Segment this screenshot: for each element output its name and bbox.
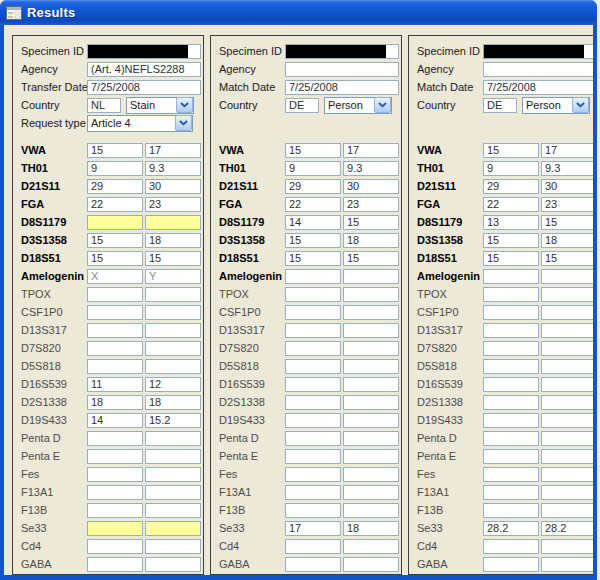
country-type-combo[interactable]: Person (522, 97, 590, 114)
allele-field[interactable]: 9.3 (541, 161, 593, 176)
allele-field[interactable] (483, 395, 539, 410)
allele-field[interactable] (343, 539, 399, 554)
allele-field[interactable] (483, 539, 539, 554)
allele-field[interactable] (145, 287, 201, 302)
allele-field[interactable] (87, 305, 143, 320)
allele-field[interactable]: 30 (343, 179, 399, 194)
allele-field[interactable] (145, 485, 201, 500)
allele-field[interactable] (343, 287, 399, 302)
allele-field[interactable]: 14 (87, 413, 143, 428)
allele-field[interactable] (343, 413, 399, 428)
allele-field[interactable] (483, 557, 539, 572)
allele-field[interactable] (483, 431, 539, 446)
allele-field[interactable]: 17 (145, 143, 201, 158)
allele-field[interactable] (541, 539, 593, 554)
allele-field[interactable] (285, 449, 341, 464)
allele-field[interactable] (87, 359, 143, 374)
allele-field[interactable]: 23 (145, 197, 201, 212)
allele-field[interactable] (541, 323, 593, 338)
allele-field[interactable] (343, 323, 399, 338)
allele-field[interactable] (483, 467, 539, 482)
agency-field[interactable] (285, 62, 399, 77)
allele-field[interactable] (483, 269, 539, 284)
allele-field[interactable] (483, 413, 539, 428)
allele-field[interactable] (285, 323, 341, 338)
allele-field[interactable] (145, 557, 201, 572)
allele-field[interactable] (541, 269, 593, 284)
allele-field[interactable] (285, 305, 341, 320)
allele-field[interactable] (285, 377, 341, 392)
allele-field[interactable]: Y (145, 269, 201, 284)
allele-field[interactable]: 29 (483, 179, 539, 194)
allele-field[interactable] (541, 503, 593, 518)
match-date-field[interactable]: 7/25/2008 (285, 80, 399, 95)
allele-field[interactable]: 17 (285, 521, 341, 536)
allele-field[interactable] (483, 485, 539, 500)
allele-field[interactable] (483, 377, 539, 392)
allele-field[interactable] (145, 215, 201, 230)
country-type-combo[interactable]: Stain (126, 97, 194, 114)
allele-field[interactable] (145, 341, 201, 356)
allele-field[interactable]: 15 (87, 143, 143, 158)
allele-field[interactable] (343, 395, 399, 410)
allele-field[interactable]: 9 (285, 161, 341, 176)
allele-field[interactable] (541, 377, 593, 392)
allele-field[interactable] (483, 359, 539, 374)
allele-field[interactable] (541, 467, 593, 482)
allele-field[interactable] (343, 341, 399, 356)
allele-field[interactable]: 15 (343, 251, 399, 266)
allele-field[interactable] (87, 323, 143, 338)
allele-field[interactable]: 22 (285, 197, 341, 212)
allele-field[interactable] (145, 305, 201, 320)
allele-field[interactable] (285, 485, 341, 500)
allele-field[interactable]: 23 (541, 197, 593, 212)
allele-field[interactable]: 17 (343, 143, 399, 158)
allele-field[interactable] (483, 287, 539, 302)
allele-field[interactable] (87, 449, 143, 464)
allele-field[interactable] (343, 557, 399, 572)
allele-field[interactable]: 15 (541, 251, 593, 266)
allele-field[interactable] (541, 485, 593, 500)
request-type-combo[interactable]: Article 4 (87, 115, 193, 132)
allele-field[interactable] (285, 467, 341, 482)
allele-field[interactable]: X (87, 269, 143, 284)
title-bar[interactable]: Results (0, 0, 597, 25)
allele-field[interactable]: 23 (343, 197, 399, 212)
allele-field[interactable] (343, 485, 399, 500)
allele-field[interactable] (343, 467, 399, 482)
allele-field[interactable] (343, 305, 399, 320)
dropdown-arrow-icon[interactable] (374, 97, 391, 113)
allele-field[interactable] (145, 521, 201, 536)
allele-field[interactable] (541, 305, 593, 320)
allele-field[interactable] (145, 449, 201, 464)
country-code-field[interactable]: NL (87, 98, 121, 113)
allele-field[interactable]: 18 (343, 521, 399, 536)
allele-field[interactable]: 22 (483, 197, 539, 212)
allele-field[interactable]: 15 (285, 251, 341, 266)
allele-field[interactable]: 15 (541, 215, 593, 230)
allele-field[interactable] (285, 557, 341, 572)
allele-field[interactable] (145, 503, 201, 518)
dropdown-arrow-icon[interactable] (572, 97, 589, 113)
allele-field[interactable]: 15 (285, 233, 341, 248)
allele-field[interactable] (145, 467, 201, 482)
allele-field[interactable]: 17 (541, 143, 593, 158)
allele-field[interactable]: 15 (343, 215, 399, 230)
allele-field[interactable] (343, 269, 399, 284)
allele-field[interactable]: 11 (87, 377, 143, 392)
allele-field[interactable]: 18 (87, 395, 143, 410)
allele-field[interactable] (87, 467, 143, 482)
allele-field[interactable] (541, 359, 593, 374)
allele-field[interactable] (285, 395, 341, 410)
allele-field[interactable]: 9 (483, 161, 539, 176)
allele-field[interactable] (483, 503, 539, 518)
allele-field[interactable]: 29 (285, 179, 341, 194)
allele-field[interactable] (343, 359, 399, 374)
dropdown-arrow-icon[interactable] (176, 97, 193, 113)
allele-field[interactable] (343, 503, 399, 518)
allele-field[interactable]: 30 (145, 179, 201, 194)
allele-field[interactable] (483, 305, 539, 320)
allele-field[interactable] (87, 341, 143, 356)
match-date-field[interactable]: 7/25/2008 (483, 80, 593, 95)
allele-field[interactable]: 9 (87, 161, 143, 176)
